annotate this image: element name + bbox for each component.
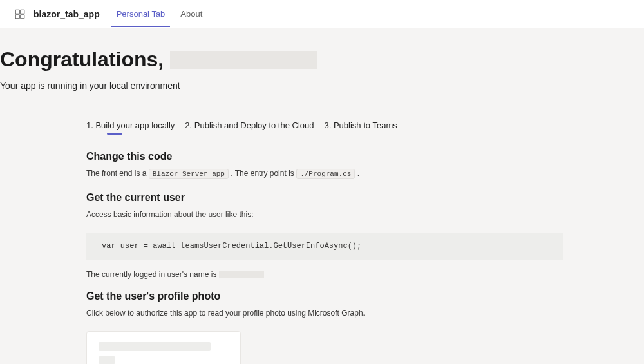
logged-in-text: The currently logged in user's name is — [86, 270, 563, 279]
step-publish-cloud[interactable]: 2. Publish and Deploy to the Cloud — [185, 120, 314, 134]
svg-rect-2 — [15, 14, 19, 18]
app-name: blazor_tab_app — [33, 9, 100, 19]
tab-about[interactable]: About — [175, 1, 207, 27]
hero-subtext: Your app is running in your local enviro… — [0, 81, 644, 91]
svg-rect-0 — [15, 10, 19, 14]
congrats-heading: Congratulations, — [0, 48, 164, 72]
svg-rect-1 — [21, 10, 24, 14]
text-fragment: . The entry point is — [231, 169, 296, 178]
logged-in-username-placeholder — [219, 271, 264, 278]
main-panel: 1. Build your app locally 2. Publish and… — [86, 120, 563, 364]
profile-photo-card[interactable] — [86, 331, 241, 364]
section-current-user-text: Access basic information about the user … — [86, 209, 563, 221]
tab-personal[interactable]: Personal Tab — [111, 1, 171, 27]
congrats-row: Congratulations, — [0, 48, 644, 72]
username-placeholder — [170, 51, 317, 69]
main-content: Congratulations, Your app is running in … — [0, 28, 644, 364]
text-fragment: The front end is a — [86, 169, 149, 178]
card-placeholder-line — [99, 356, 115, 364]
card-placeholder-line — [99, 342, 211, 351]
step-build-locally[interactable]: 1. Build your app locally — [86, 120, 175, 134]
inline-code-app-type: Blazor Server app — [149, 169, 229, 179]
text-fragment: . — [357, 169, 359, 178]
section-profile-photo-heading: Get the user's profile photo — [86, 291, 563, 302]
code-block-get-user: var user = await teamsUserCredential.Get… — [86, 233, 563, 260]
app-icon — [13, 7, 27, 21]
section-change-code-text: The front end is a Blazor Server app . T… — [86, 168, 563, 180]
section-profile-photo-text: Click below to authorize this app to rea… — [86, 307, 563, 320]
section-current-user-heading: Get the current user — [86, 192, 563, 204]
svg-rect-3 — [21, 14, 24, 18]
step-publish-teams[interactable]: 3. Publish to Teams — [325, 120, 397, 134]
section-change-code-heading: Change this code — [86, 151, 563, 162]
steps-nav: 1. Build your app locally 2. Publish and… — [86, 120, 563, 134]
app-header: blazor_tab_app Personal Tab About — [0, 0, 644, 28]
inline-code-entry-point: ./Program.cs — [296, 169, 355, 179]
text-fragment: The currently logged in user's name is — [86, 270, 216, 279]
